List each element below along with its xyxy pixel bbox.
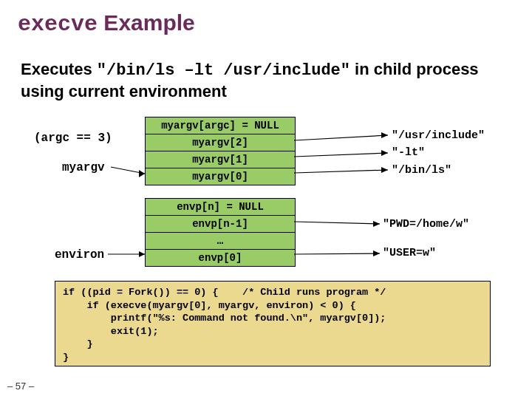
svg-marker-13 (373, 250, 380, 256)
slide-subtitle: Executes "/bin/ls –lt /usr/include" in c… (21, 59, 508, 101)
argv-cell-0: myargv[argc] = NULL (146, 117, 296, 134)
environ-label: environ (55, 248, 104, 262)
title-code: execve (18, 12, 98, 37)
svg-marker-5 (381, 150, 388, 156)
argv-ptr-0: "/usr/include" (392, 129, 485, 142)
envp-table: envp[n] = NULL envp[n-1] … envp[0] (145, 198, 296, 267)
subtitle-command: "/bin/ls –lt /usr/include" (97, 61, 350, 80)
argv-table: myargv[argc] = NULL myargv[2] myargv[1] … (145, 117, 296, 185)
envp-cell-0: envp[n] = NULL (146, 199, 296, 216)
slide-title: execve Example (18, 10, 195, 37)
argv-cell-1: myargv[2] (146, 134, 296, 151)
svg-line-2 (294, 135, 388, 140)
svg-marker-11 (373, 221, 380, 227)
envp-ptr-0: "PWD=/home/w" (383, 218, 469, 231)
argv-ptr-2: "/bin/ls" (392, 164, 451, 177)
code-block: if ((pid = Fork()) == 0) { /* Child runs… (55, 281, 491, 366)
argv-ptr-1: "-lt" (392, 146, 425, 159)
argc-label: (argc == 3) (34, 132, 112, 145)
svg-marker-9 (139, 251, 145, 257)
svg-line-10 (294, 222, 380, 224)
envp-cell-3: envp[0] (146, 250, 296, 267)
envp-ptr-1: "USER=w" (383, 247, 436, 259)
myargv-label: myargv (62, 161, 105, 174)
svg-line-12 (294, 253, 380, 254)
svg-marker-7 (381, 167, 388, 173)
svg-line-4 (294, 153, 388, 157)
envp-cell-2: … (146, 233, 296, 250)
svg-line-0 (111, 167, 145, 174)
envp-cell-1: envp[n-1] (146, 216, 296, 233)
title-rest: Example (98, 10, 195, 35)
svg-marker-3 (381, 132, 388, 138)
argv-cell-3: myargv[0] (146, 168, 296, 185)
page-number: – 57 – (7, 381, 34, 392)
svg-marker-1 (139, 170, 145, 177)
subtitle-pre: Executes (21, 60, 97, 78)
svg-line-6 (294, 170, 388, 173)
argv-cell-2: myargv[1] (146, 151, 296, 168)
